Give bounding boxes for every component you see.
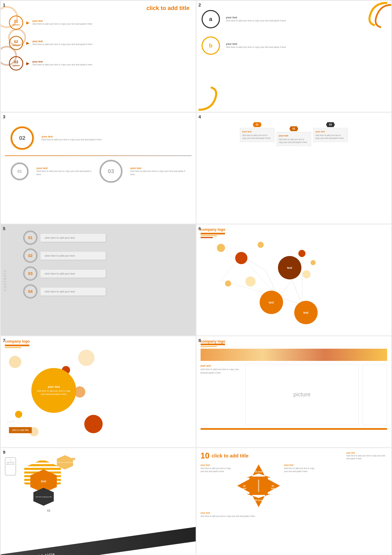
- option-yourtext-3: your text: [32, 60, 93, 63]
- slide-1-title[interactable]: click to add title: [5, 5, 192, 11]
- slide-6-logo: company logo: [201, 227, 387, 232]
- slide-10: 10 click to add title your text click he…: [196, 448, 391, 555]
- slide-10-bottom-desc[interactable]: click here to add your text or copy your…: [201, 515, 387, 518]
- hex-dark: click here to add your text: [33, 488, 54, 506]
- slide-5-text-3: click here to add your text: [45, 272, 75, 275]
- slide-3-number: 3: [3, 114, 5, 120]
- slide-7-number: 7: [3, 338, 5, 343]
- option-num-1: 01: [14, 19, 18, 24]
- slide-10-title[interactable]: click to add title: [211, 453, 248, 459]
- slide-5-item-4: 04 click here to add your text: [23, 284, 183, 299]
- option-text-3: your text click here to add your text or…: [32, 60, 93, 66]
- deco-circle-sm-5: [15, 411, 22, 418]
- node-6: [302, 270, 311, 278]
- hex-small-1-text[interactable]: click here to add your text: [57, 462, 73, 463]
- slide-3-circle-01: 01: [11, 163, 28, 180]
- slide-3-circle-02: 02: [11, 127, 33, 149]
- slide-5-bar-1[interactable]: click here to add your text: [41, 234, 106, 242]
- svg-line-6: [292, 280, 302, 305]
- slide-4-badge-label-3: 03: [329, 123, 332, 126]
- slide-7-bars: [5, 345, 192, 348]
- slide-7-desc[interactable]: click here to add your text or copy your…: [36, 389, 71, 396]
- deco-circle-sm-3: [78, 350, 94, 366]
- slide-9-diagonal-bar: click to add title: [1, 527, 196, 555]
- slide-4-desc-1[interactable]: click here to add your text or copy your…: [242, 134, 272, 140]
- slide-10-left-col: your text click here to add your text or…: [201, 463, 233, 508]
- slide-3-circle-03: 03: [100, 160, 122, 183]
- hex-dark-text[interactable]: click here to add your text: [36, 496, 52, 497]
- slide-1-number: 1: [3, 2, 5, 8]
- svg-text:02 text: 02 text: [255, 499, 262, 501]
- slide-8-bar-2: [201, 346, 217, 347]
- slide-8-desc[interactable]: click here to add your text or copy your…: [201, 368, 241, 374]
- slide-4-boxes: 01 your text click here to add your text…: [200, 120, 388, 146]
- slide-7-bar-1: [5, 345, 29, 346]
- slide-4-box-1: your text click here to add your text or…: [240, 128, 275, 142]
- option-desc-3[interactable]: click here to add your text or copy your…: [32, 63, 93, 66]
- hex-label-03: 03: [47, 509, 50, 512]
- slide-6-number: 6: [199, 226, 201, 231]
- slide-8-picture-label: picture: [293, 391, 311, 398]
- slide-2-text-b: your text click here to add your text or…: [226, 42, 286, 49]
- slide-5-bar-2[interactable]: click here to add your text: [41, 252, 106, 260]
- option-label-1: options: [12, 24, 20, 26]
- slide-6-bar-2: [201, 235, 217, 236]
- slide-8-picture-box: picture: [245, 364, 359, 425]
- slide-2-desc-a[interactable]: click here to add your text or copy your…: [226, 19, 286, 22]
- slide-5-number: 5: [3, 226, 5, 231]
- slide-3-bottom-row: 01 your text click here to add your text…: [5, 158, 192, 184]
- slide-4-box-2: your text click here to add your text or…: [276, 132, 311, 146]
- slide-5-bar-3[interactable]: click here to add your text: [41, 270, 106, 278]
- slide-5-num-1: 01: [28, 235, 33, 240]
- slide-9-diagonal-text[interactable]: click to add title: [14, 552, 55, 555]
- slide-2-desc-b[interactable]: click here to add your text or copy your…: [226, 45, 286, 49]
- option-arrow-3: ▶: [26, 61, 29, 66]
- slide-8-your-text: your text: [201, 364, 241, 368]
- node-4: [225, 280, 231, 286]
- slide-4-badge-2: 02: [289, 126, 298, 131]
- slide-4-desc-2[interactable]: click here to add your text or copy your…: [279, 138, 309, 144]
- slide-10-star: 01 text 02 text 03 text 04 text: [236, 463, 281, 508]
- slide-3-yourtext-03: your text: [130, 167, 186, 170]
- slide-3-text-01: your text click here to add your text or…: [36, 167, 92, 176]
- slide-7-click-title[interactable]: click to add title: [9, 427, 32, 433]
- slide-3-desc-03[interactable]: click here to add your text or copy your…: [130, 170, 186, 176]
- slide-8-bars: [201, 343, 387, 347]
- option-circle-1: 01 options: [9, 15, 23, 30]
- slide-1-option-1: 01 options ▶ your text click here to add…: [9, 15, 192, 30]
- slide-9-phone-text-1[interactable]: click here to add your text: [6, 461, 15, 466]
- slide-8-img-strip: [201, 349, 387, 361]
- slide-5-items: 01 click here to add your text 02 click …: [13, 228, 183, 299]
- slide-8-layout: your text click here to add your text or…: [201, 364, 387, 425]
- slide-4-badge-label-2: 02: [292, 127, 295, 130]
- slide-10-right-desc[interactable]: click here to add your text or copy your…: [284, 467, 317, 473]
- slide-10-top-right-text: your text click here to add your text or…: [346, 452, 387, 460]
- option-num-3: 03: [14, 60, 18, 64]
- slide-8-bottom-bar: [201, 428, 387, 430]
- slide-1-options: 01 options ▶ your text click here to add…: [5, 15, 192, 71]
- slide-2-letter-a: a: [209, 16, 212, 22]
- slide-10-star-svg: 01 text 02 text 03 text 04 text: [236, 463, 281, 508]
- node-large-2-text: text: [269, 301, 274, 304]
- hex-center-text: text: [41, 480, 46, 483]
- option-desc-2[interactable]: click here to add your text or copy your…: [32, 43, 93, 46]
- slide-5-bar-4[interactable]: click here to add your text: [41, 288, 106, 296]
- svg-text:04: 04: [272, 485, 274, 487]
- slide-2-circle-b: b: [202, 37, 220, 55]
- node-2: [235, 252, 247, 264]
- option-desc-1[interactable]: click here to add your text or copy your…: [32, 22, 93, 25]
- slide-1-option-2: 02 options ▶ your text click here to add…: [9, 36, 192, 50]
- slide-1-option-3: 03 options ▶ your text click here to add…: [9, 56, 192, 71]
- slide-2-yourtext-a: your text: [226, 16, 286, 19]
- svg-text:01 text: 01 text: [255, 470, 262, 473]
- slide-9: 9 01 click here to add your text text cl…: [1, 448, 196, 555]
- option-arrow-1: ▶: [26, 20, 29, 25]
- slide-7-watermark: PHOTO: [7, 420, 15, 424]
- slide-9-phone: 01 click here to add your text: [5, 457, 16, 475]
- node-1: [217, 244, 225, 252]
- slide-3-desc-01[interactable]: click here to add your text or copy your…: [36, 170, 92, 176]
- slide-3-desc-02[interactable]: click here to add your text or copy your…: [42, 138, 102, 141]
- slide-10-left-desc[interactable]: click here to add your text or copy your…: [201, 467, 233, 473]
- slide-4-desc-3[interactable]: click here to add your text or copy your…: [315, 134, 346, 140]
- option-yourtext-1: your text: [32, 20, 93, 22]
